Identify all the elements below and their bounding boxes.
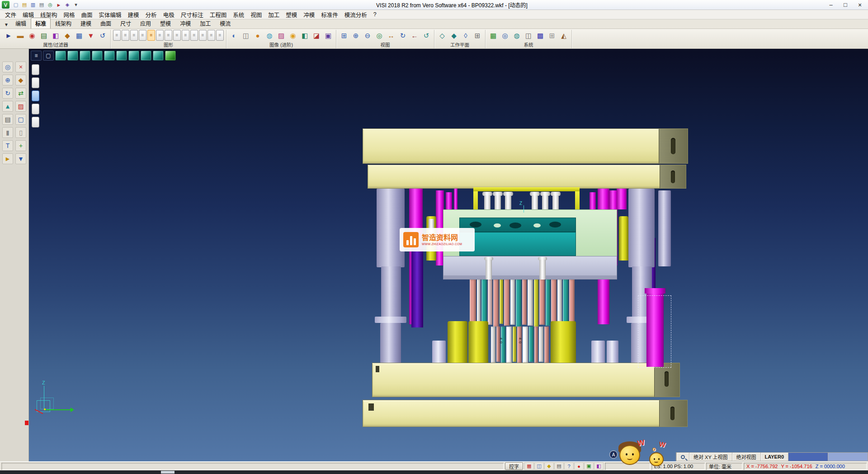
mold-assembly-model[interactable]: Z 4.0 4.0 [29, 49, 868, 461]
shaded-view-icon[interactable]: ◐ [229, 30, 240, 41]
trim-icon[interactable]: × [15, 62, 26, 72]
save-icon[interactable]: ▥ [29, 1, 37, 9]
layer-filter-icon[interactable]: ▤ [38, 30, 49, 41]
blank-icon[interactable]: ≡ [156, 30, 164, 41]
layers-status-icon[interactable]: ▣ [584, 462, 594, 470]
magnet-filter-icon[interactable]: ◉ [27, 30, 38, 41]
wireframe-list-icon[interactable]: ≡ [122, 30, 129, 41]
settings-icon[interactable]: ◈ [63, 1, 71, 9]
zoom-out-icon[interactable]: ⊖ [362, 30, 373, 41]
entity-manager-icon[interactable]: ≡ [113, 30, 121, 41]
zoom-region-icon[interactable]: ◎ [2, 62, 13, 72]
workplane-standard-icon[interactable]: ◇ [437, 30, 448, 41]
snapshot-icon[interactable]: ▣ [323, 30, 334, 41]
quick-filter-icon[interactable]: ▼ [85, 30, 96, 41]
menu-item[interactable]: ? [370, 10, 380, 19]
delete-icon[interactable]: ▨ [15, 101, 26, 112]
snap-grid-icon[interactable]: ▩ [535, 30, 546, 41]
clip-plane-2-icon[interactable] [32, 77, 39, 88]
view-cube-axo-nw-icon[interactable] [153, 51, 164, 61]
group-icon[interactable]: ≡ [182, 30, 189, 41]
previous-view-icon[interactable]: ← [409, 30, 420, 41]
window-layout-icon[interactable]: ◫ [523, 30, 534, 41]
solid-list-icon[interactable]: ≡ [147, 30, 155, 41]
texture-icon[interactable]: ▨ [276, 30, 287, 41]
text-tool-icon[interactable]: T [2, 140, 13, 151]
regen-icon[interactable]: ≡ [216, 30, 224, 41]
selection-filter-icon[interactable]: ► [3, 30, 14, 41]
menu-item[interactable]: 视图 [247, 9, 265, 20]
view-mode-indicator[interactable]: 绝对 XY 上视图 [689, 453, 732, 461]
view-cube-axo-ne-icon[interactable] [141, 51, 151, 61]
record-icon[interactable]: ● [574, 462, 584, 470]
mirror-element-icon[interactable]: ⇄ [15, 88, 26, 99]
print-icon[interactable]: ▤ [38, 1, 46, 9]
zoom-fit-icon[interactable]: ◎ [374, 30, 385, 41]
color-filter-icon[interactable]: ◧ [50, 30, 61, 41]
viewbar-menu-icon[interactable]: ≡ [31, 51, 42, 61]
snap-icon[interactable]: ⊕ [2, 75, 13, 85]
system-settings-icon[interactable]: ◎ [500, 30, 510, 41]
toolbar-options-caret[interactable]: ▾ [72, 1, 80, 9]
globe-icon[interactable]: ◍ [511, 30, 522, 41]
active-layer-indicator[interactable]: LAYER0 [760, 453, 788, 461]
color-edit-icon[interactable]: ≡ [199, 30, 207, 41]
layer-color-swatch-secondary[interactable] [828, 453, 868, 461]
move-pan-icon[interactable]: + [15, 140, 26, 151]
view-cube-back-icon[interactable] [104, 51, 115, 61]
rotate-view-icon[interactable]: ↻ [397, 30, 408, 41]
dynamic-view-icon[interactable]: ▲ [2, 101, 13, 112]
reset-filter-icon[interactable]: ↺ [97, 30, 108, 41]
unblank-icon[interactable]: ≡ [165, 30, 172, 41]
element-filter-icon[interactable]: ◆ [62, 30, 73, 41]
ortho-toggle-icon[interactable]: ◫ [534, 462, 544, 470]
viewbar-plane-icon[interactable]: ▢ [43, 51, 54, 61]
sheet-icon[interactable]: ▢ [15, 114, 26, 125]
menu-item[interactable]: 标准件 [318, 9, 341, 20]
section-view-icon[interactable]: ◪ [311, 30, 322, 41]
view-cube-front-icon[interactable] [92, 51, 103, 61]
menu-item[interactable]: 塑模 [283, 9, 300, 20]
menu-item[interactable]: 加工 [265, 9, 283, 20]
refresh-view-icon[interactable]: ↺ [421, 30, 432, 41]
palette-status-icon[interactable]: ◧ [594, 462, 604, 470]
attributes-icon[interactable]: ≡ [190, 30, 198, 41]
surface-list-icon[interactable]: ≡ [139, 30, 146, 41]
curve-list-icon[interactable]: ≡ [130, 30, 138, 41]
calculator-icon[interactable]: ⊞ [547, 30, 557, 41]
transparency-icon[interactable]: ◍ [264, 30, 275, 41]
blank-invert-icon[interactable]: ≡ [173, 30, 181, 41]
workplane-grid-icon[interactable]: ⊞ [472, 30, 483, 41]
lighting-icon[interactable]: ◉ [288, 30, 298, 41]
hidden-line-icon[interactable]: ◫ [241, 30, 251, 41]
view-cube-left-icon[interactable] [116, 51, 127, 61]
maximize-button[interactable]: □ [838, 0, 853, 10]
snap-lock-icon[interactable]: ◆ [544, 462, 554, 470]
layer-assign-icon[interactable]: ≡ [208, 30, 215, 41]
workplane-face-icon[interactable]: ◆ [448, 30, 459, 41]
import-icon[interactable]: ► [55, 1, 63, 9]
minimize-button[interactable]: – [824, 0, 838, 10]
clip-plane-3-icon[interactable] [32, 90, 39, 101]
view-cube-right-icon[interactable] [128, 51, 139, 61]
perspective-icon[interactable]: ◭ [558, 30, 569, 41]
3d-viewport[interactable]: ≡▢ [29, 49, 868, 461]
view-cube-dynamic-icon[interactable] [165, 51, 176, 61]
absolute-view-indicator[interactable]: 绝对视图 [732, 453, 760, 461]
view-cube-bottom-icon[interactable] [80, 51, 90, 61]
rotate-element-icon[interactable]: ↻ [2, 88, 13, 99]
menu-item[interactable]: 模流分析 [341, 9, 370, 20]
document-icon[interactable]: ▯ [15, 127, 26, 138]
render-icon[interactable]: ● [252, 30, 263, 41]
view-cube-iso-icon[interactable] [55, 51, 66, 61]
help-icon[interactable]: ? [564, 462, 574, 470]
color-table-icon[interactable]: ▦ [488, 30, 499, 41]
mask-filter-icon[interactable]: ▦ [74, 30, 85, 41]
lock-toggle-button[interactable]: 控字 [505, 462, 523, 470]
zoom-in-icon[interactable]: ⊕ [350, 30, 361, 41]
menu-item[interactable]: 冲模 [300, 9, 318, 20]
flag-icon[interactable]: ► [2, 153, 13, 164]
close-button[interactable]: × [853, 0, 867, 10]
layer-color-swatch[interactable] [788, 453, 828, 461]
view-cube-top-icon[interactable] [67, 51, 78, 61]
